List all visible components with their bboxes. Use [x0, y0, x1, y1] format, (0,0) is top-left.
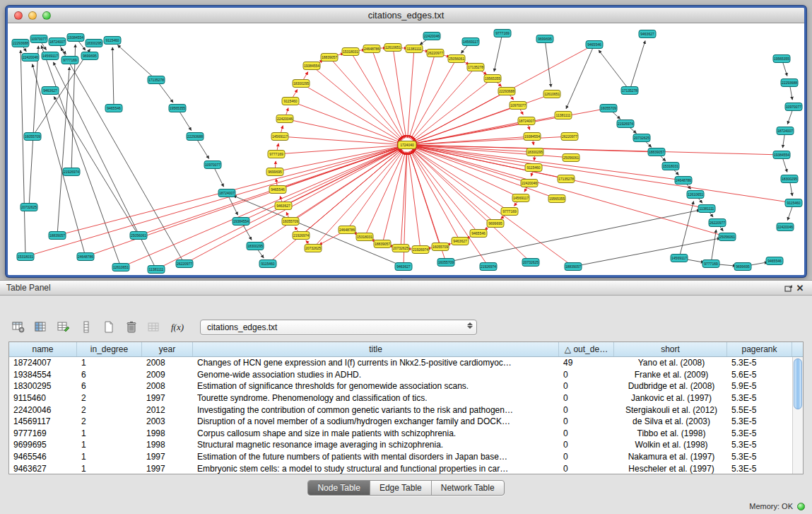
table-row[interactable]: 1938455462009Genome-wide association stu…	[9, 369, 792, 381]
table-cell-out_degree[interactable]: 0	[559, 416, 614, 426]
table-cell-short[interactable]: Wolkin et al. (1998)	[614, 440, 727, 450]
graph-node-teal[interactable]: 24648786	[675, 177, 692, 185]
table-cell-name[interactable]: 9699695	[9, 440, 77, 450]
graph-node-yellow[interactable]: 22420046	[521, 180, 538, 187]
table-cell-year[interactable]: 2012	[142, 405, 193, 415]
table-cell-title[interactable]: Structural magnetic resonance image aver…	[193, 440, 559, 450]
graph-node-yellow[interactable]: 18839057	[321, 54, 338, 62]
table-row[interactable]: 969969511998Structural magnetic resonanc…	[9, 439, 792, 451]
table-row[interactable]: 1872400712008Changes of HCN gene express…	[9, 357, 792, 369]
graph-node-yellow[interactable]: 9115460	[525, 164, 542, 172]
graph-node-teal[interactable]: 9115460	[104, 37, 121, 45]
graph-node-yellow[interactable]: 9115460	[282, 98, 299, 105]
graph-node-teal[interactable]: 19384554	[773, 151, 790, 159]
graph-node-teal[interactable]: 15318031	[17, 253, 34, 261]
graph-node-teal[interactable]: 16055709	[437, 259, 454, 267]
graph-node-teal[interactable]: 10970077	[30, 35, 47, 43]
table-cell-title[interactable]: Estimation of significance thresholds fo…	[193, 381, 559, 391]
table-cell-name[interactable]: 18300295	[9, 381, 77, 391]
table-cell-out_degree[interactable]: 0	[559, 393, 614, 403]
table-cell-pagerank[interactable]: 5.3E-5	[727, 464, 792, 474]
table-cell-name[interactable]: 9463627	[9, 464, 77, 474]
graph-node-yellow[interactable]: 25056061	[563, 154, 579, 162]
graph-node-yellow[interactable]: 19384554	[524, 133, 541, 141]
float-panel-icon[interactable]	[783, 283, 794, 293]
graph-node-yellow[interactable]: 11381111	[406, 45, 423, 53]
table-cell-short[interactable]: Hescheler et al. (1997)	[614, 464, 727, 474]
graph-node-teal[interactable]: 19565355	[773, 55, 790, 63]
graph-node-teal[interactable]: 21926974	[617, 120, 634, 128]
graph-node-teal[interactable]: 9777169	[702, 260, 719, 268]
graph-node-teal[interactable]: 25056061	[719, 233, 736, 241]
table-cell-short[interactable]: Stergiakouli et al. (2012)	[614, 405, 727, 415]
table-row[interactable]: 1456911722003Disruption of a novel membe…	[9, 416, 792, 428]
graph-node-teal[interactable]: 18839057	[648, 148, 665, 156]
graph-node-teal[interactable]: 16055709	[600, 105, 617, 112]
table-cell-year[interactable]: 1997	[142, 393, 193, 403]
graph-node-yellow[interactable]: 17135278	[467, 64, 484, 71]
graph-node-yellow[interactable]: 21926974	[412, 246, 429, 254]
graph-node-yellow[interactable]: 14569117	[512, 194, 529, 202]
graph-node-yellow[interactable]: 20732625	[392, 245, 409, 252]
table-cell-pagerank[interactable]: 5.3E-5	[727, 416, 792, 426]
table-cell-year[interactable]: 1998	[142, 440, 193, 450]
graph-node-yellow[interactable]: 9465546	[269, 186, 286, 194]
table-cell-in_degree[interactable]: 6	[77, 370, 142, 380]
table-cell-in_degree[interactable]: 1	[77, 452, 142, 462]
row-height-button[interactable]	[76, 318, 95, 336]
graph-node-yellow[interactable]: 9463627	[452, 238, 469, 245]
graph-node-teal[interactable]: 9465546	[586, 41, 603, 49]
graph-node-teal[interactable]: 12610651	[687, 191, 704, 199]
graph-node-teal[interactable]: 22420046	[777, 223, 794, 231]
graph-node-yellow[interactable]: 12610651	[384, 44, 401, 52]
graph-node-yellow[interactable]: 16055709	[432, 243, 449, 251]
table-cell-out_degree[interactable]: 0	[559, 405, 614, 415]
table-cell-title[interactable]: Estimation of the future numbers of pati…	[193, 452, 559, 462]
table-cell-short[interactable]: Dudbridge et al. (2008)	[614, 381, 727, 391]
graph-node-teal[interactable]: 22420046	[423, 33, 440, 40]
table-cell-short[interactable]: Tibbo et al. (1998)	[614, 428, 727, 438]
graph-node-teal[interactable]: 18300295	[86, 40, 102, 47]
table-cell-short[interactable]: de Silva et al. (2003)	[614, 416, 727, 426]
graph-node-teal[interactable]: 21926974	[480, 263, 497, 271]
graph-node-teal[interactable]: 22293688	[781, 79, 798, 87]
graph-node-yellow[interactable]: 25056061	[448, 55, 465, 63]
table-row[interactable]: 2242004622012Investigating the contribut…	[9, 404, 792, 416]
graph-node-teal[interactable]: 11381111	[698, 205, 715, 213]
graph-node-teal[interactable]: 26220977	[176, 260, 193, 268]
table-cell-title[interactable]: Tourette syndrome. Phenomenology and cla…	[193, 393, 559, 403]
table-cell-pagerank[interactable]: 5.3E-5	[727, 428, 792, 438]
table-cell-in_degree[interactable]: 1	[77, 428, 142, 438]
table-cell-name[interactable]: 9115460	[9, 393, 77, 403]
column-header-year[interactable]: year	[142, 342, 193, 356]
table-cell-out_degree[interactable]: 0	[559, 452, 614, 462]
graph-node-teal[interactable]: 9699695	[734, 263, 751, 271]
zoom-window-button[interactable]	[42, 11, 51, 20]
column-header-out_degree[interactable]: △ out_de…	[559, 342, 614, 356]
graph-node-yellow[interactable]: 19384554	[303, 62, 320, 70]
table-cell-title[interactable]: Investigating the contribution of common…	[193, 405, 559, 415]
column-header-in_degree[interactable]: in_degree	[77, 342, 142, 356]
table-cell-year[interactable]: 1998	[142, 428, 193, 438]
graph-node-yellow[interactable]: 24648786	[363, 45, 380, 53]
graph-node-teal[interactable]: 18724007	[218, 189, 235, 197]
table-cell-year[interactable]: 2008	[142, 358, 193, 368]
table-cell-pagerank[interactable]: 5.5E-5	[727, 405, 792, 415]
graph-node-teal[interactable]: 24648786	[77, 253, 94, 261]
tab-node-table[interactable]: Node Table	[308, 481, 370, 495]
graph-node-teal[interactable]: 16055709	[24, 133, 41, 141]
graph-node-yellow[interactable]: 9777169	[268, 151, 285, 158]
table-cell-year[interactable]: 2009	[142, 370, 193, 380]
graph-node-teal[interactable]: 18300295	[781, 175, 798, 183]
network-canvas[interactable]: 1724040193845541830029591154602242004614…	[8, 23, 804, 275]
graph-node-yellow[interactable]: 9699695	[266, 168, 283, 176]
column-header-short[interactable]: short	[614, 342, 727, 356]
graph-node-teal[interactable]: 18724007	[777, 127, 794, 135]
delete-column-button[interactable]	[122, 318, 141, 336]
graph-node-teal[interactable]: 14569117	[42, 52, 59, 60]
graph-node-teal[interactable]: 18839057	[565, 263, 582, 271]
table-cell-in_degree[interactable]: 6	[77, 381, 142, 391]
table-cell-out_degree[interactable]: 49	[559, 358, 614, 368]
table-cell-pagerank[interactable]: 5.6E-5	[727, 370, 792, 380]
graph-node-teal[interactable]: 9115460	[785, 199, 802, 207]
